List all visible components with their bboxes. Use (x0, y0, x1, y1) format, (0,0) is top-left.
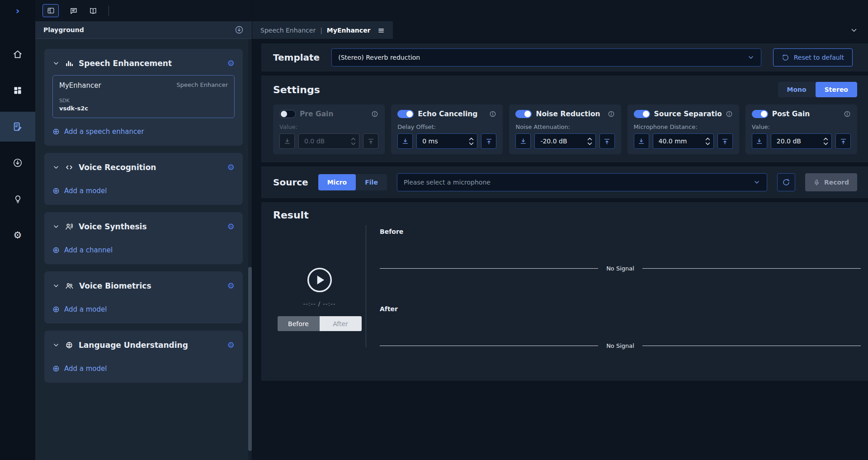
chevron-down-icon[interactable] (52, 223, 60, 230)
rail-item-dashboard[interactable] (0, 76, 35, 105)
info-icon[interactable] (371, 110, 378, 118)
add-channel-button[interactable]: ⊕ Add a channel (52, 246, 235, 254)
section-header[interactable]: Voice Biometrics ⚙ (52, 281, 235, 290)
info-icon[interactable] (726, 110, 733, 118)
import-value-button[interactable] (279, 133, 295, 149)
noise-reduction-toggle[interactable] (515, 110, 532, 118)
reset-to-default-button[interactable]: Reset to default (773, 48, 853, 66)
section-header[interactable]: Voice Recognition ⚙ (52, 163, 235, 172)
stereo-button[interactable]: Stereo (816, 82, 857, 97)
pre-gain-toggle[interactable] (279, 110, 296, 118)
microphone-distance-input[interactable]: 40.0 mm (653, 133, 714, 149)
spinner-control[interactable] (705, 138, 710, 145)
microphone-select[interactable]: Please select a microphone (397, 173, 767, 191)
tab-myenhancer[interactable]: Speech Enhancer | MyEnhancer ≡ (252, 21, 393, 39)
chevron-down-icon[interactable] (52, 282, 60, 289)
sidebar-scrollbar-thumb[interactable] (248, 267, 252, 451)
chevron-down-icon[interactable] (52, 341, 60, 349)
rail-item-tips[interactable] (0, 184, 35, 214)
plus-circle-icon: ⊕ (52, 246, 60, 254)
play-button[interactable] (307, 267, 333, 293)
import-value-button[interactable] (515, 133, 531, 149)
refresh-devices-button[interactable] (777, 173, 795, 191)
add-model-button[interactable]: ⊕ Add a model (52, 186, 235, 195)
micro-button[interactable]: Micro (318, 174, 356, 190)
lightbulb-icon (13, 194, 23, 204)
export-value-button[interactable] (835, 133, 851, 149)
export-value-button[interactable] (717, 133, 733, 149)
add-label: Add a channel (64, 246, 113, 254)
gear-icon[interactable]: ⚙ (227, 223, 235, 231)
chevron-down-icon[interactable] (52, 60, 60, 67)
section-voice-biometrics: Voice Biometrics ⚙ ⊕ Add a model (44, 271, 243, 323)
reset-icon (782, 54, 789, 62)
post-gain-input[interactable]: 20.0 dB (771, 133, 832, 149)
export-value-button[interactable] (599, 133, 615, 149)
card-title: Pre Gain (300, 110, 367, 118)
echo-canceling-toggle[interactable] (397, 110, 414, 118)
rail-item-home[interactable] (0, 39, 35, 69)
import-value-button[interactable] (634, 133, 649, 149)
post-gain-toggle[interactable] (752, 110, 768, 118)
equalizer-icon (65, 59, 73, 67)
export-value-button[interactable] (363, 133, 378, 149)
value-text: 0 ms (422, 138, 469, 145)
field-label: Noise Attenuation: (515, 123, 614, 130)
info-icon[interactable] (844, 110, 851, 118)
template-select[interactable]: (Stereo) Reverb reduction (331, 48, 761, 66)
gear-icon[interactable]: ⚙ (227, 163, 235, 171)
field-label: Microphone Distance: (634, 123, 733, 130)
section-header[interactable]: Speech Enhancement ⚙ (52, 59, 235, 68)
delay-offset-input[interactable]: 0 ms (416, 133, 477, 149)
record-button[interactable]: Record (805, 173, 857, 191)
rail-item-settings[interactable]: ⚙ (0, 220, 35, 250)
chevron-down-icon[interactable] (52, 164, 60, 171)
source-separation-toggle[interactable] (634, 110, 650, 118)
tabstrip-chevron-down-icon[interactable] (850, 26, 858, 34)
info-icon[interactable] (489, 110, 496, 118)
settings-title: Settings (273, 84, 320, 95)
expand-rail-button[interactable]: › (0, 0, 35, 21)
sidebar-download-button[interactable] (235, 25, 244, 34)
feedback-button[interactable] (70, 7, 78, 15)
gear-icon[interactable]: ⚙ (227, 59, 235, 67)
import-value-button[interactable] (397, 133, 413, 149)
spinner-control[interactable] (823, 138, 828, 145)
source-type-segment: Micro File (318, 174, 387, 190)
rail-item-downloads[interactable] (0, 148, 35, 178)
section-header[interactable]: Voice Synthesis ⚙ (52, 222, 235, 231)
spinner-control[interactable] (587, 138, 592, 145)
info-icon[interactable] (608, 110, 615, 118)
app-root: › (0, 0, 868, 460)
chevron-down-icon (747, 54, 755, 61)
documentation-button[interactable] (89, 7, 98, 15)
add-model-button[interactable]: ⊕ Add a model (52, 364, 235, 373)
enhancer-type: Speech Enhancer (177, 81, 228, 88)
rail-item-playground[interactable] (0, 112, 35, 142)
add-model-button[interactable]: ⊕ Add a model (52, 305, 235, 313)
spinner-control[interactable] (469, 138, 474, 145)
add-speech-enhancer-button[interactable]: ⊕ Add a speech enhancer (52, 127, 235, 136)
spinner-control[interactable] (351, 138, 356, 145)
plus-circle-icon: ⊕ (52, 364, 60, 373)
mono-button[interactable]: Mono (778, 82, 816, 97)
gear-icon[interactable]: ⚙ (227, 282, 235, 290)
before-button[interactable]: Before (278, 316, 320, 331)
enhancer-item-myenhancer[interactable]: MyEnhancer Speech Enhancer SDK vsdk-s2c (52, 75, 235, 118)
after-button[interactable]: After (320, 316, 362, 331)
section-header[interactable]: Language Understanding ⚙ (52, 341, 235, 350)
export-value-button[interactable] (481, 133, 496, 149)
code-icon (65, 163, 73, 171)
tab-strip: Speech Enhancer | MyEnhancer ≡ (252, 0, 868, 39)
gear-icon[interactable]: ⚙ (227, 341, 235, 349)
left-rail: › (0, 0, 35, 460)
file-button[interactable]: File (356, 174, 387, 190)
import-value-button[interactable] (752, 133, 767, 149)
source-label: Source (273, 177, 308, 188)
refresh-icon (782, 178, 790, 186)
panel-toggle-button[interactable] (42, 4, 59, 17)
tab-menu-icon[interactable]: ≡ (378, 26, 385, 34)
noise-attenuation-input[interactable]: -20.0 dB (534, 133, 595, 149)
pre-gain-input[interactable]: 0.0 dB (298, 133, 359, 149)
spin-up-icon (587, 138, 592, 141)
